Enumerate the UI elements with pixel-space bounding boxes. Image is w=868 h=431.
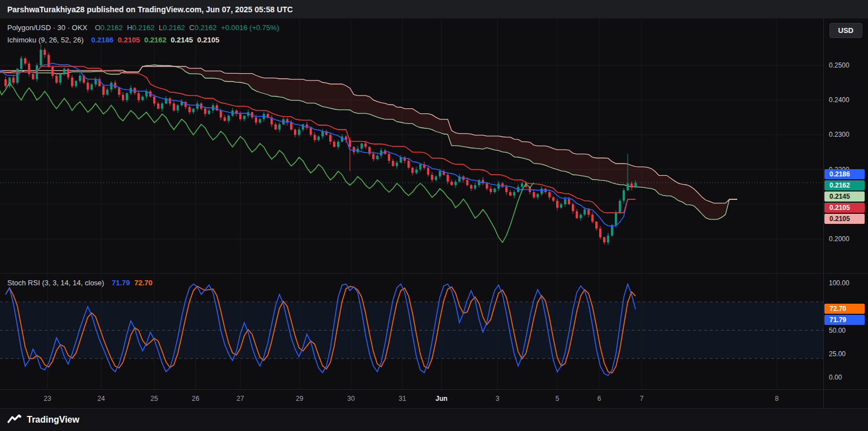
stoch-title[interactable]: Stoch RSI (3, 3, 14, 14, close) [7, 279, 104, 287]
close-label: C [189, 23, 195, 32]
main-chart-canvas[interactable] [0, 18, 823, 273]
open-value: 0.2162 [101, 23, 123, 32]
time-axis-label: 24 [97, 395, 105, 403]
bottom-brand-bar: TradingView [0, 408, 868, 431]
price-badge: 0.2145 [824, 191, 865, 202]
price-scale[interactable]: 0.25000.24000.23000.22000.20000.21860.21… [823, 18, 868, 273]
price-badge: 0.2105 [824, 214, 865, 224]
time-axis-label: 25 [150, 395, 158, 403]
time-axis-label: 3 [496, 395, 500, 403]
price-axis-label: 0.2400 [829, 96, 850, 104]
main-chart-pane: Polygon/USD · 30 · OKX O0.2162 H0.2162 L… [0, 18, 868, 273]
stoch-axis-label: 50.00 [829, 327, 846, 334]
open-label: O [95, 23, 101, 32]
stoch-axis-label: 25.00 [829, 350, 846, 358]
ichimoku-row: Ichimoku (9, 26, 52, 26) 0.2186 0.2105 0… [7, 36, 281, 44]
time-axis-label: 26 [192, 395, 199, 403]
time-scale[interactable]: 2324252627293031Jun35678 [0, 389, 868, 408]
ichimoku-lead2-value: 0.2105 [197, 36, 220, 44]
publish-banner: ParshwaTurakhiya28 published on TradingV… [0, 0, 868, 18]
change-value: +0.0016 (+0.75%) [221, 23, 279, 32]
price-badge: 0.2162 [824, 180, 865, 190]
time-axis-corner [823, 390, 868, 408]
publish-banner-text: ParshwaTurakhiya28 published on TradingV… [7, 5, 293, 14]
stoch-k-value: 71.79 [112, 279, 130, 287]
low-value: 0.2162 [163, 23, 185, 32]
stoch-d-value: 72.70 [134, 279, 153, 287]
time-axis-label: 31 [399, 395, 406, 403]
stoch-legend: Stoch RSI (3, 3, 14, 14, close) 71.79 72… [7, 279, 155, 291]
stoch-scale[interactable]: 100.0075.0050.0025.000.0072.7071.79 [823, 274, 868, 389]
stoch-chart-canvas[interactable] [0, 274, 823, 390]
time-axis-label: 29 [296, 395, 303, 403]
tradingview-logo-icon[interactable] [7, 414, 22, 425]
stoch-axis-label: 100.00 [829, 279, 850, 287]
price-badge: 0.2105 [824, 203, 865, 213]
time-axis-label: 23 [44, 395, 51, 403]
stoch-badge: 72.70 [824, 304, 865, 314]
time-axis-label: 7 [640, 395, 644, 403]
high-value: 0.2162 [132, 23, 155, 32]
price-axis-label: 0.2500 [829, 61, 850, 69]
symbol-title[interactable]: Polygon/USD · 30 · OKX [7, 23, 87, 32]
time-axis-label: 5 [556, 395, 559, 403]
ichimoku-title[interactable]: Ichimoku (9, 26, 52, 26) [7, 36, 84, 44]
ichimoku-lagging-value: 0.2162 [144, 36, 167, 44]
time-axis-label: 30 [347, 395, 354, 403]
symbol-row: Polygon/USD · 30 · OKX O0.2162 H0.2162 L… [7, 23, 281, 32]
ichimoku-lead1-value: 0.2145 [170, 36, 193, 44]
tradingview-brand-text[interactable]: TradingView [27, 415, 79, 425]
stoch-badge: 71.79 [824, 315, 865, 325]
stoch-rsi-pane: Stoch RSI (3, 3, 14, 14, close) 71.79 72… [0, 273, 868, 389]
high-label: H [127, 23, 132, 32]
stoch-axis-label: 0.00 [829, 373, 842, 381]
ichimoku-conversion-value: 0.2186 [91, 36, 113, 44]
time-axis-label: 6 [597, 395, 601, 403]
currency-toggle-button[interactable]: USD [829, 23, 862, 38]
time-axis-label: Jun [435, 395, 447, 403]
price-badge: 0.2186 [824, 169, 865, 179]
time-axis-label: 27 [236, 395, 244, 403]
stoch-legend-row: Stoch RSI (3, 3, 14, 14, close) 71.79 72… [7, 279, 155, 287]
close-value: 0.2162 [195, 23, 217, 32]
price-axis-label: 0.2300 [829, 131, 850, 138]
price-axis-label: 0.2000 [829, 235, 850, 243]
ichimoku-base-value: 0.2105 [118, 36, 140, 44]
time-axis-label: 8 [775, 395, 779, 403]
tradingview-snapshot: ParshwaTurakhiya28 published on TradingV… [0, 0, 868, 431]
main-legend: Polygon/USD · 30 · OKX O0.2162 H0.2162 L… [7, 23, 281, 48]
